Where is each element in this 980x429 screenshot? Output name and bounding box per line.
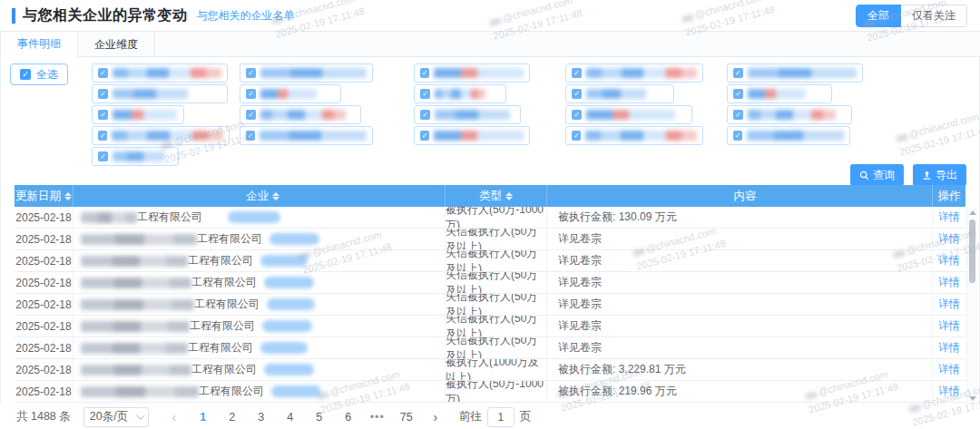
filter-option-checkbox[interactable]: ✓ bbox=[240, 84, 341, 103]
filter-option-checkbox[interactable]: ✓ bbox=[565, 63, 703, 83]
filter-option-checkbox[interactable]: ✓ bbox=[92, 63, 228, 83]
table-scrollbar[interactable] bbox=[966, 207, 977, 405]
detail-link[interactable]: 详情 bbox=[938, 210, 960, 225]
detail-link[interactable]: 详情 bbox=[938, 362, 960, 377]
page-number-6[interactable]: 6 bbox=[337, 407, 360, 427]
filter-option-checkbox[interactable]: ✓ bbox=[727, 84, 832, 103]
page-number-1[interactable]: 1 bbox=[191, 407, 215, 427]
censored-company-tag[interactable] bbox=[271, 385, 321, 397]
row-company: 工程有限公司 bbox=[74, 294, 446, 315]
tab-event-detail[interactable]: 事件明细 bbox=[0, 32, 78, 57]
censored-option-label bbox=[113, 110, 177, 120]
related-company-list-link[interactable]: 与您相关的企业名单 bbox=[197, 8, 295, 24]
censored-company-prefix bbox=[81, 365, 191, 375]
company-name-suffix: 工程有限公司 bbox=[188, 340, 253, 356]
column-header-3[interactable]: 类型 bbox=[446, 185, 547, 207]
censored-company-prefix bbox=[81, 212, 137, 223]
detail-link[interactable]: 详情 bbox=[938, 275, 960, 290]
detail-link[interactable]: 详情 bbox=[938, 340, 960, 356]
checkbox-checked-icon: ✓ bbox=[246, 89, 256, 99]
filter-option-checkbox[interactable]: ✓ bbox=[727, 105, 852, 124]
table-row: 2025-02-18工程有限公司被执行人(1000万及以上)被执行金额: 3,2… bbox=[15, 359, 965, 381]
censored-option-label bbox=[434, 131, 524, 141]
filter-option-checkbox[interactable]: ✓ bbox=[565, 105, 692, 124]
filter-option-checkbox[interactable]: ✓ bbox=[92, 84, 228, 103]
censored-company-tag[interactable] bbox=[270, 233, 319, 245]
page-number-3[interactable]: 3 bbox=[250, 407, 273, 427]
detail-link[interactable]: 详情 bbox=[938, 384, 960, 399]
censored-company-tag[interactable] bbox=[264, 364, 314, 375]
page-size-select[interactable]: 20条/页 bbox=[83, 407, 149, 427]
filter-watched-only-button[interactable]: 仅看关注 bbox=[901, 5, 967, 27]
sort-carets-icon[interactable] bbox=[272, 192, 279, 200]
scrollbar-thumb[interactable] bbox=[969, 219, 975, 283]
select-all-label: 全选 bbox=[36, 67, 58, 83]
filter-option-checkbox[interactable]: ✓ bbox=[414, 84, 506, 103]
censored-company-tag[interactable] bbox=[260, 342, 308, 354]
page-number-5[interactable]: 5 bbox=[308, 407, 331, 427]
filter-option-checkbox[interactable]: ✓ bbox=[92, 126, 230, 145]
events-table: 更新日期企业类型内容操作 2025-02-18工程有限公司被执行人(50万-10… bbox=[15, 185, 965, 403]
query-button-label: 查询 bbox=[873, 168, 895, 183]
checkbox-checked-icon: ✓ bbox=[420, 131, 429, 141]
censored-option-label bbox=[435, 110, 510, 120]
row-type: 被执行人(50万-1000万) bbox=[446, 381, 547, 402]
scroll-down-icon[interactable] bbox=[969, 396, 976, 401]
sort-carets-icon[interactable] bbox=[505, 192, 513, 200]
censored-company-tag[interactable] bbox=[262, 320, 312, 332]
page-number-4[interactable]: 4 bbox=[279, 407, 302, 427]
goto-label: 前往 bbox=[459, 409, 482, 424]
select-all-checkbox[interactable]: ✓ 全选 bbox=[10, 63, 68, 85]
checkbox-checked-icon: ✓ bbox=[420, 89, 430, 99]
prev-page-button[interactable]: ‹ bbox=[162, 407, 186, 427]
detail-link[interactable]: 详情 bbox=[938, 297, 960, 312]
censored-company-tag[interactable] bbox=[260, 255, 308, 267]
censored-company-prefix bbox=[81, 299, 194, 310]
row-content: 详见卷宗 bbox=[547, 294, 933, 315]
filter-option-checkbox[interactable]: ✓ bbox=[565, 84, 674, 103]
row-content: 被执行金额: 130.09 万元 bbox=[547, 207, 933, 228]
detail-link[interactable]: 详情 bbox=[938, 318, 960, 334]
filter-option-checkbox[interactable]: ✓ bbox=[727, 126, 850, 145]
censored-option-label bbox=[113, 151, 165, 161]
row-date: 2025-02-18 bbox=[15, 294, 74, 315]
next-page-button[interactable]: › bbox=[424, 407, 447, 427]
filter-option-checkbox[interactable]: ✓ bbox=[414, 105, 521, 124]
query-button[interactable]: 查询 bbox=[850, 164, 904, 186]
censored-company-tag[interactable] bbox=[267, 298, 315, 310]
filter-option-checkbox[interactable]: ✓ bbox=[565, 126, 703, 145]
detail-link[interactable]: 详情 bbox=[938, 253, 960, 268]
sort-carets-icon[interactable] bbox=[64, 192, 72, 200]
scroll-up-icon[interactable] bbox=[969, 210, 976, 215]
filter-option-checkbox[interactable]: ✓ bbox=[727, 63, 863, 83]
export-button[interactable]: 导出 bbox=[913, 164, 966, 186]
filter-option-checkbox[interactable]: ✓ bbox=[92, 147, 179, 166]
censored-company-prefix bbox=[81, 386, 199, 397]
censored-company-tag[interactable] bbox=[264, 277, 314, 288]
column-header-2[interactable]: 企业 bbox=[74, 185, 446, 207]
detail-link[interactable]: 详情 bbox=[938, 231, 960, 247]
censored-option-label bbox=[747, 131, 844, 141]
goto-suffix: 页 bbox=[520, 409, 532, 424]
filter-option-checkbox[interactable]: ✓ bbox=[240, 63, 373, 83]
page-number-75[interactable]: 75 bbox=[395, 407, 418, 427]
row-type: 失信被执行人(50万及以上) bbox=[446, 272, 547, 293]
filter-option-checkbox[interactable]: ✓ bbox=[240, 105, 361, 124]
row-type: 失信被执行人(50万及以上) bbox=[446, 316, 547, 336]
censored-company-tag[interactable] bbox=[228, 211, 280, 223]
page-number-2[interactable]: 2 bbox=[220, 407, 244, 427]
checkbox-checked-icon: ✓ bbox=[98, 68, 108, 78]
row-content: 被执行金额: 219.96 万元 bbox=[547, 381, 933, 402]
filter-option-checkbox[interactable]: ✓ bbox=[92, 105, 184, 124]
filter-option-checkbox[interactable]: ✓ bbox=[240, 126, 373, 145]
goto-page-input[interactable] bbox=[487, 407, 514, 427]
table-row: 2025-02-18工程有限公司失信被执行人(50万及以上)详见卷宗详情 bbox=[15, 229, 965, 250]
filter-option-checkbox[interactable]: ✓ bbox=[414, 63, 530, 83]
column-header-1[interactable]: 更新日期 bbox=[15, 185, 74, 207]
tab-company-dimension[interactable]: 企业维度 bbox=[78, 32, 155, 57]
more-pages-icon[interactable]: ••• bbox=[366, 407, 389, 427]
censored-option-label bbox=[435, 89, 485, 99]
filter-all-button[interactable]: 全部 bbox=[856, 5, 901, 27]
filter-option-checkbox[interactable]: ✓ bbox=[414, 126, 530, 145]
checkbox-checked-icon: ✓ bbox=[733, 110, 743, 120]
